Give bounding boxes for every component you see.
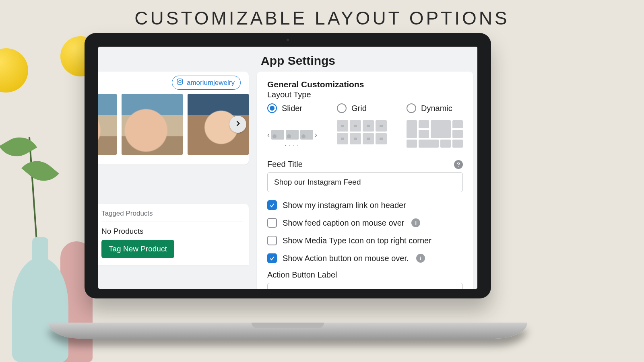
chevron-right-icon [234,119,242,129]
checkbox-show-media-icon-label: Show Media Type Icon on top right corner [283,236,431,245]
checkbox-show-media-icon[interactable] [267,236,277,245]
checkbox-show-action[interactable] [267,253,277,263]
decor-leaf [21,153,59,189]
decor-yellow-balls [0,40,64,121]
checkbox-show-link-label: Show my instagram link on header [283,201,406,210]
layout-option-grid[interactable]: Grid [337,103,390,149]
laptop-mockup: App Settings amoriumjewelry [85,33,491,331]
svg-point-1 [179,80,181,83]
hero-title: CUSTOMIZABLE LAYOUT OPTIONS [0,0,644,29]
dynamic-preview [407,120,463,149]
feed-image[interactable] [98,94,117,155]
tagged-products-card: Tagged Products No Products Tag New Prod… [98,204,249,265]
info-icon[interactable]: i [416,254,425,263]
radio-dynamic-label: Dynamic [421,104,452,113]
screen: App Settings amoriumjewelry [98,47,477,289]
feed-image[interactable] [122,94,183,155]
info-icon[interactable]: i [411,218,420,227]
radio-dynamic[interactable] [407,103,416,113]
layout-type-label: Layout Type [267,90,463,99]
radio-grid[interactable] [337,103,347,113]
help-icon[interactable]: ? [454,160,463,169]
radio-grid-label: Grid [351,104,367,113]
grid-preview [337,120,390,149]
action-button-label-input[interactable] [267,283,463,289]
laptop-base [48,323,527,339]
radio-slider[interactable] [267,103,277,113]
radio-slider-label: Slider [282,104,302,113]
checkbox-show-caption-label: Show feed caption on mouse over [283,218,404,228]
checkbox-show-action-label: Show Action button on mouse over. [283,254,409,263]
slider-preview: ‹› • · · · [267,120,321,149]
action-button-label-label: Action Button Label [267,270,463,280]
section-heading: General Customizations [267,80,463,89]
svg-point-2 [181,80,182,80]
tag-new-product-button[interactable]: Tag New Product [101,240,174,258]
instagram-handle-text: amoriumjewelry [187,79,235,87]
camera-dot [287,39,289,41]
svg-rect-0 [177,79,183,84]
feed-title-input[interactable] [267,172,463,192]
settings-card: General Customizations Layout Type Slide… [257,72,473,289]
checkbox-show-caption[interactable] [267,218,277,228]
page-title: App Settings [98,47,477,72]
tagged-products-heading: Tagged Products [101,210,243,222]
layout-option-dynamic[interactable]: Dynamic [407,103,463,149]
instagram-handle-pill[interactable]: amoriumjewelry [172,76,241,90]
instagram-icon [176,78,184,87]
no-products-text: No Products [101,227,243,236]
feed-preview-card: amoriumjewelry [98,72,249,165]
decor-vase-blue [4,217,76,362]
checkbox-show-link[interactable] [267,200,277,210]
feed-carousel [101,94,244,155]
feed-title-label: Feed Title [267,160,303,169]
layout-option-slider[interactable]: Slider ‹› • · · · [267,103,321,149]
carousel-next-button[interactable] [229,116,246,133]
